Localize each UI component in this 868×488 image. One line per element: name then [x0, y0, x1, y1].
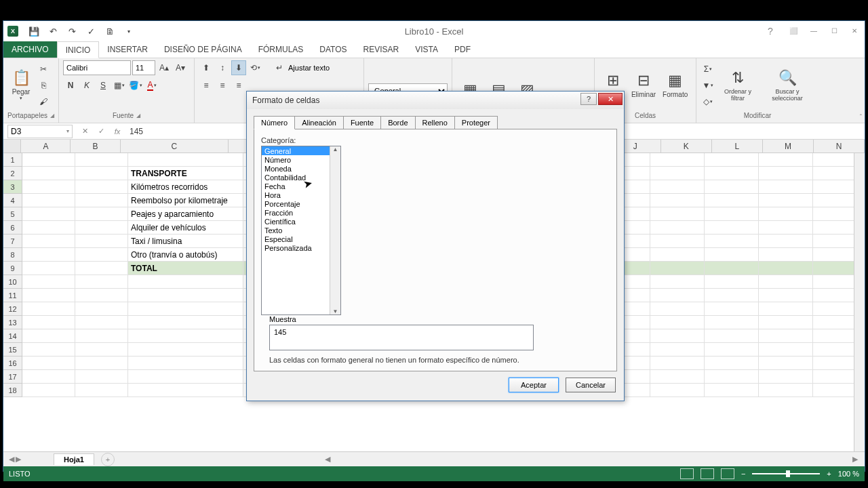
maximize-icon[interactable]: ☐ — [824, 24, 844, 37]
align-left-icon[interactable]: ≡ — [199, 78, 214, 93]
undo-icon[interactable]: ↶ — [44, 23, 62, 39]
italic-icon[interactable]: K — [79, 78, 94, 93]
cell[interactable] — [75, 370, 128, 384]
zoom-slider[interactable] — [752, 473, 820, 474]
cell[interactable] — [650, 370, 705, 384]
row-header[interactable]: 13 — [3, 316, 22, 329]
help-icon[interactable]: ? — [760, 24, 781, 38]
category-item[interactable]: General — [262, 146, 340, 155]
cell[interactable] — [22, 302, 75, 316]
row-header[interactable]: 11 — [3, 289, 22, 302]
bold-icon[interactable]: N — [63, 78, 78, 93]
cell[interactable] — [759, 302, 813, 316]
redo-icon[interactable]: ↷ — [63, 23, 81, 39]
category-item[interactable]: Fecha — [262, 182, 340, 190]
col-header[interactable]: C — [121, 140, 229, 152]
row-header[interactable]: 7 — [3, 235, 22, 248]
cell[interactable] — [22, 316, 75, 329]
wrap-text-icon[interactable]: ↵ — [272, 60, 287, 75]
cell[interactable] — [22, 384, 75, 397]
sheet-tab[interactable]: Hoja1 — [54, 453, 94, 465]
cell[interactable] — [759, 194, 813, 207]
cell[interactable] — [759, 316, 813, 329]
fill-icon[interactable]: ▼ — [701, 78, 715, 93]
page-break-view-icon[interactable] — [721, 468, 734, 479]
cell[interactable]: Peajes y aparcamiento — [128, 207, 243, 221]
save-icon[interactable]: 💾 — [25, 23, 43, 39]
page-layout-view-icon[interactable] — [701, 468, 714, 479]
clear-icon[interactable]: ◇ — [701, 94, 715, 109]
cell[interactable] — [650, 221, 705, 235]
row-header[interactable]: 9 — [3, 262, 22, 275]
tab-insert[interactable]: INSERTAR — [99, 41, 156, 58]
category-list[interactable]: GeneralNúmeroMonedaContabilidadFechaHora… — [261, 146, 341, 315]
category-item[interactable]: Fracción — [262, 208, 340, 217]
cell[interactable] — [705, 275, 759, 289]
cell[interactable]: Otro (tranvía o autobús) — [128, 248, 243, 262]
row-header[interactable]: 2 — [3, 167, 22, 180]
cell[interactable] — [759, 153, 813, 167]
cell[interactable] — [759, 262, 813, 275]
qat-customize-icon[interactable]: ▾ — [120, 23, 138, 39]
cancel-formula-icon[interactable]: ✕ — [77, 127, 93, 136]
cell[interactable] — [705, 248, 759, 262]
row-header[interactable]: 4 — [3, 194, 22, 207]
cell[interactable] — [75, 302, 128, 316]
cell[interactable] — [650, 248, 705, 262]
cell[interactable] — [759, 275, 813, 289]
category-item[interactable]: Científica — [262, 217, 340, 226]
cell[interactable] — [22, 343, 75, 357]
cell[interactable] — [75, 289, 128, 302]
cell[interactable]: TOTAL — [128, 262, 243, 275]
cell[interactable] — [759, 384, 813, 397]
autosum-icon[interactable]: Σ — [701, 62, 715, 77]
tab-formulas[interactable]: FÓRMULAS — [250, 41, 312, 58]
cell[interactable] — [22, 357, 75, 370]
sheet-next-icon[interactable]: ▶ — [16, 455, 21, 464]
cell[interactable] — [128, 384, 243, 397]
cell[interactable] — [75, 275, 128, 289]
cell[interactable] — [22, 370, 75, 384]
dlg-tab-border[interactable]: Borde — [380, 116, 415, 129]
cell[interactable] — [22, 289, 75, 302]
category-item[interactable]: Especial — [262, 235, 340, 243]
cell[interactable] — [650, 207, 705, 221]
cell[interactable]: Alquiler de vehículos — [128, 221, 243, 235]
cell[interactable] — [650, 343, 705, 357]
cell[interactable] — [759, 207, 813, 221]
col-header[interactable]: K — [661, 140, 712, 152]
cell[interactable] — [759, 248, 813, 262]
cell[interactable] — [705, 167, 759, 180]
category-item[interactable]: Número — [262, 155, 340, 164]
cell[interactable] — [75, 194, 128, 207]
category-item[interactable]: Moneda — [262, 164, 340, 173]
cell[interactable] — [22, 194, 75, 207]
collapse-ribbon-icon[interactable]: ˆ — [860, 114, 862, 121]
select-all-cell[interactable] — [3, 140, 21, 152]
row-header[interactable]: 6 — [3, 221, 22, 235]
cell[interactable] — [705, 221, 759, 235]
align-right-icon[interactable]: ≡ — [231, 78, 246, 93]
cell[interactable] — [22, 221, 75, 235]
cell[interactable] — [650, 289, 705, 302]
cell[interactable] — [650, 275, 705, 289]
cell[interactable] — [128, 343, 243, 357]
minimize-icon[interactable]: — — [804, 24, 824, 37]
col-header[interactable]: B — [71, 140, 120, 152]
cell[interactable] — [75, 357, 128, 370]
copy-icon[interactable]: ⎘ — [36, 78, 51, 93]
cell[interactable] — [75, 343, 128, 357]
tab-pdf[interactable]: PDF — [446, 41, 479, 58]
row-header[interactable]: 8 — [3, 248, 22, 262]
row-header[interactable]: 12 — [3, 302, 22, 316]
cell[interactable] — [650, 384, 705, 397]
align-center-icon[interactable]: ≡ — [215, 78, 230, 93]
cell[interactable] — [650, 262, 705, 275]
tab-layout[interactable]: DISEÑO DE PÁGINA — [156, 41, 250, 58]
cell[interactable] — [22, 180, 75, 194]
new-doc-icon[interactable]: 🗎 — [101, 23, 119, 39]
cell[interactable] — [759, 343, 813, 357]
cut-icon[interactable]: ✂ — [36, 62, 51, 77]
orientation-icon[interactable]: ⟲ — [248, 60, 262, 75]
increase-font-icon[interactable]: A▴ — [157, 60, 172, 75]
